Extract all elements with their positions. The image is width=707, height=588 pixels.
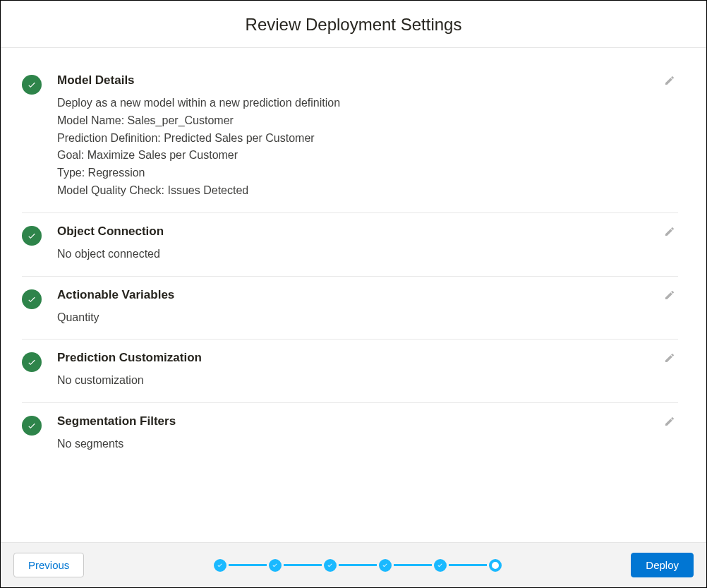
model-details-line: Deploy as a new model within a new predi… — [57, 95, 678, 112]
section-segmentation-filters: Segmentation Filters No segments — [22, 403, 678, 466]
model-details-line: Goal: Maximize Sales per Customer — [57, 147, 678, 164]
section-object-connection: Object Connection No object connected — [22, 213, 678, 277]
pencil-icon — [664, 416, 675, 427]
check-icon — [22, 416, 42, 436]
model-details-line: Model Name: Sales_per_Customer — [57, 112, 678, 130]
edit-button-actionable-variables[interactable] — [661, 287, 678, 304]
actionable-variables-body: Quantity — [57, 309, 678, 327]
previous-button[interactable]: Previous — [13, 553, 84, 577]
content: Model Details Deploy as a new model with… — [1, 48, 706, 473]
page-title: Review Deployment Settings — [1, 15, 706, 35]
step-5-done[interactable] — [434, 559, 447, 572]
content-scroll[interactable]: Model Details Deploy as a new model with… — [1, 48, 706, 542]
edit-button-object-connection[interactable] — [661, 223, 678, 240]
edit-button-prediction-customization[interactable] — [661, 349, 678, 366]
page-header: Review Deployment Settings — [1, 1, 706, 48]
step-4-done[interactable] — [379, 559, 392, 572]
check-icon — [22, 75, 42, 95]
pencil-icon — [664, 352, 675, 364]
step-line — [339, 564, 377, 566]
edit-button-model-details[interactable] — [661, 72, 678, 89]
pencil-icon — [664, 226, 675, 237]
step-6-current[interactable] — [489, 559, 502, 572]
section-prediction-customization: Prediction Customization No customizatio… — [22, 340, 678, 403]
pencil-icon — [664, 289, 675, 301]
step-line — [229, 564, 267, 566]
step-3-done[interactable] — [324, 559, 337, 572]
step-line — [449, 564, 487, 566]
footer: Previous Deploy — [1, 542, 706, 587]
section-title-object-connection: Object Connection — [57, 224, 678, 239]
segmentation-filters-body: No segments — [57, 436, 678, 453]
section-title-segmentation-filters: Segmentation Filters — [57, 414, 678, 428]
check-icon — [22, 289, 42, 309]
model-details-line: Type: Regression — [57, 164, 678, 182]
pencil-icon — [664, 75, 675, 86]
step-1-done[interactable] — [214, 559, 226, 572]
progress-stepper — [214, 559, 502, 572]
section-title-model-details: Model Details — [57, 73, 678, 88]
check-icon — [22, 226, 42, 246]
model-details-line: Prediction Definition: Predicted Sales p… — [57, 130, 678, 148]
step-2-done[interactable] — [269, 559, 282, 572]
section-title-prediction-customization: Prediction Customization — [57, 351, 678, 365]
section-model-details: Model Details Deploy as a new model with… — [22, 62, 678, 213]
edit-button-segmentation-filters[interactable] — [661, 413, 678, 430]
step-line — [284, 564, 322, 566]
section-title-actionable-variables: Actionable Variables — [57, 288, 678, 302]
deploy-button[interactable]: Deploy — [631, 553, 694, 577]
check-icon — [22, 352, 42, 372]
section-actionable-variables: Actionable Variables Quantity — [22, 277, 678, 340]
object-connection-body: No object connected — [57, 246, 678, 263]
model-details-line: Model Quality Check: Issues Detected — [57, 182, 678, 200]
step-line — [394, 564, 432, 566]
prediction-customization-body: No customization — [57, 372, 678, 390]
